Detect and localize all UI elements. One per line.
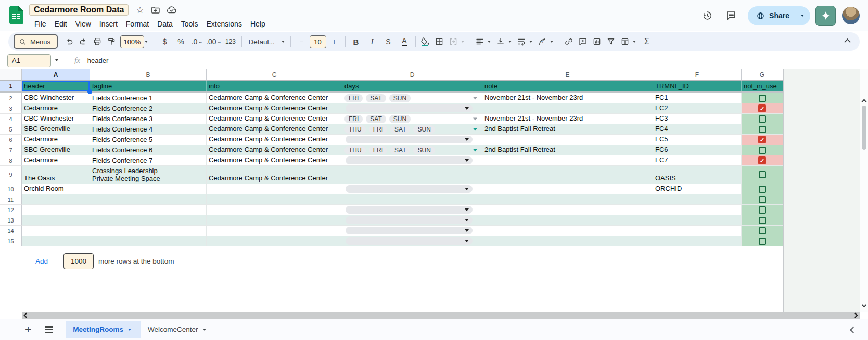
comments-icon[interactable] [724, 8, 738, 23]
cell-A2[interactable]: CBC Winchester [22, 93, 90, 103]
dropdown-caret-icon[interactable] [473, 117, 477, 120]
cell-G8[interactable]: ✓ [742, 155, 783, 166]
days-dropdown[interactable] [346, 156, 473, 164]
cell-G3[interactable]: ✓ [742, 103, 783, 114]
cell-F9[interactable]: OASIS [653, 166, 742, 184]
cell-G5[interactable] [742, 124, 783, 135]
cell-D13[interactable] [342, 215, 482, 226]
cell-F14[interactable] [653, 226, 742, 236]
zoom-control[interactable]: 100% [120, 35, 144, 48]
row-header-9[interactable]: 9 [0, 166, 22, 184]
cell-B8[interactable]: Fields Conference 7 [90, 155, 207, 166]
move-to-folder-icon[interactable] [150, 5, 160, 15]
cell-B6[interactable]: Fields Conference 5 [90, 135, 207, 145]
star-icon[interactable]: ☆ [136, 6, 144, 15]
scroll-right-icon[interactable] [853, 313, 858, 318]
cell-A10[interactable]: Orchid Room [22, 184, 90, 194]
cell-E6[interactable] [482, 135, 653, 145]
not-in-use-checkbox[interactable] [759, 95, 766, 102]
cell-C4[interactable]: Cedarmore Camp & Conference Center [207, 114, 342, 124]
days-dropdown[interactable] [346, 237, 473, 245]
version-history-icon[interactable] [700, 8, 714, 23]
menu-help[interactable]: Help [246, 18, 270, 30]
cell-D15[interactable] [342, 236, 482, 246]
cell-C14[interactable] [207, 226, 342, 236]
cell-B5[interactable]: Fields Conference 4 [90, 124, 207, 135]
cell-E15[interactable] [482, 236, 653, 246]
create-filter-button[interactable] [604, 34, 618, 49]
row-header-15[interactable]: 15 [0, 236, 22, 246]
cell-F5[interactable]: FC4 [653, 124, 742, 135]
cell-D8[interactable] [342, 155, 482, 166]
text-wrap-caret-icon[interactable] [529, 41, 532, 43]
insert-chart-button[interactable] [590, 34, 604, 49]
not-in-use-checkbox[interactable] [759, 126, 766, 133]
cell-D7[interactable]: THUFRISATSUN [342, 145, 482, 155]
cell-E14[interactable] [482, 226, 653, 236]
horizontal-align-caret-icon[interactable] [488, 41, 491, 43]
insert-comment-button[interactable] [576, 34, 590, 49]
cell-E8[interactable] [482, 155, 653, 166]
hide-menus-button[interactable] [840, 34, 854, 49]
cell-C10[interactable] [207, 184, 342, 194]
not-in-use-checkbox[interactable] [759, 147, 766, 154]
scroll-left-icon[interactable] [24, 313, 29, 318]
cell-D11[interactable] [342, 194, 482, 205]
cell-A14[interactable] [22, 226, 90, 236]
row-header-14[interactable]: 14 [0, 226, 22, 236]
row-header-5[interactable]: 5 [0, 124, 22, 135]
tab-scroll-left-icon[interactable] [851, 325, 856, 334]
undo-button[interactable] [62, 34, 76, 49]
not-in-use-checkbox[interactable] [759, 217, 766, 224]
cell-F15[interactable] [653, 236, 742, 246]
cell-B14[interactable] [90, 226, 207, 236]
cell-E1[interactable]: note [482, 81, 653, 91]
name-box[interactable]: A1 [7, 54, 51, 67]
dropdown-caret-icon[interactable] [473, 149, 477, 151]
cell-G13[interactable] [742, 215, 783, 226]
cell-G1[interactable]: not_in_use [742, 81, 783, 91]
menu-format[interactable]: Format [122, 18, 153, 30]
row-header-8[interactable]: 8 [0, 155, 22, 166]
cell-E11[interactable] [482, 194, 653, 205]
cell-D9[interactable] [342, 166, 482, 184]
gemini-button[interactable] [815, 6, 836, 26]
days-dropdown[interactable] [346, 216, 473, 224]
menu-insert[interactable]: Insert [95, 18, 122, 30]
strikethrough-button[interactable]: S [380, 34, 397, 49]
horizontal-align-button[interactable] [473, 34, 487, 49]
not-in-use-checkbox[interactable]: ✓ [758, 104, 766, 112]
menu-edit[interactable]: Edit [50, 18, 71, 30]
cell-B15[interactable] [90, 236, 207, 246]
cell-F8[interactable]: FC7 [653, 155, 742, 166]
cell-D4[interactable]: FRISATSUN [342, 114, 482, 124]
zoom-caret-icon[interactable] [145, 41, 148, 43]
cell-E13[interactable] [482, 215, 653, 226]
not-in-use-checkbox[interactable] [759, 115, 766, 123]
font-caret-icon[interactable] [282, 41, 285, 43]
cell-B2[interactable]: Fields Conference 1 [90, 93, 207, 103]
cell-G6[interactable]: ✓ [742, 135, 783, 145]
menu-tools[interactable]: Tools [177, 18, 202, 30]
decrease-font-size-button[interactable]: − [293, 34, 310, 49]
redo-button[interactable] [76, 34, 90, 49]
scroll-down-icon[interactable] [862, 299, 866, 309]
not-in-use-checkbox[interactable] [759, 206, 766, 214]
column-header-G[interactable]: G [742, 69, 783, 81]
not-in-use-checkbox[interactable] [759, 196, 766, 203]
sheets-logo-icon[interactable] [9, 6, 23, 27]
row-header-6[interactable]: 6 [0, 135, 22, 145]
cell-E2[interactable]: November 21st - November 23rd [482, 93, 653, 103]
cell-B12[interactable] [90, 205, 207, 215]
document-title[interactable]: Cedarmore Room Data [29, 4, 129, 16]
fill-color-button[interactable] [418, 34, 432, 49]
row-header-10[interactable]: 10 [0, 184, 22, 194]
cell-F13[interactable] [653, 215, 742, 226]
italic-button[interactable]: I [364, 34, 380, 49]
cell-G9[interactable] [742, 166, 783, 184]
not-in-use-checkbox[interactable]: ✓ [758, 156, 766, 164]
vertical-scroll-thumb[interactable] [862, 106, 866, 150]
sheet-tab-meetingrooms[interactable]: MeetingRooms [66, 321, 141, 338]
row-header-3[interactable]: 3 [0, 103, 22, 114]
cell-E5[interactable]: 2nd Baptist Fall Retreat [482, 124, 653, 135]
